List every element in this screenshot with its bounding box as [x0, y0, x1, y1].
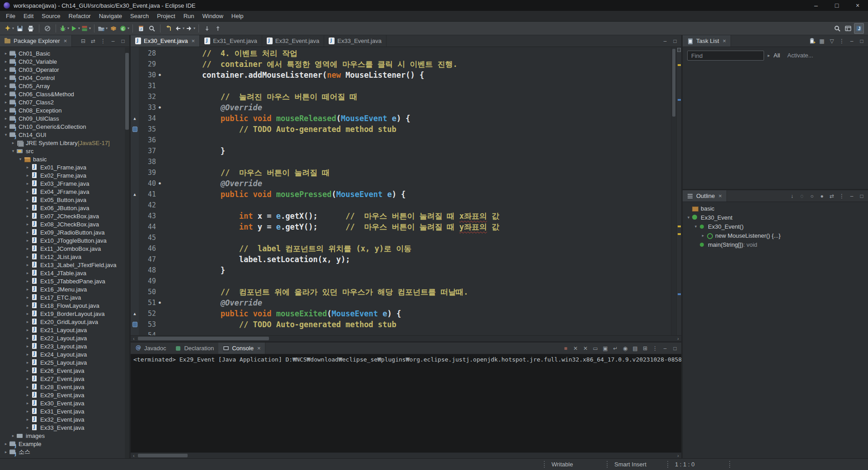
- menu-file[interactable]: File: [2, 11, 19, 21]
- tree-item[interactable]: ▸Ex19_BorderLayout.java: [0, 310, 129, 318]
- tree-item[interactable]: ▸Ex09_JRadioButton.java: [0, 228, 129, 236]
- debug-button[interactable]: ▾: [59, 23, 69, 34]
- outline-item[interactable]: ▾Ex30_Event: [683, 213, 868, 222]
- expand-chevron-icon[interactable]: ▾: [3, 132, 9, 137]
- expand-chevron-icon[interactable]: ▸: [24, 303, 31, 308]
- scope-chevron-icon[interactable]: ▸: [768, 53, 770, 58]
- task-marker-icon[interactable]: [132, 322, 137, 327]
- coverage-button[interactable]: ▾: [81, 23, 91, 34]
- close-tab-icon[interactable]: ×: [257, 345, 261, 352]
- expand-chevron-icon[interactable]: ▸: [10, 433, 16, 438]
- dropdown-arrow-icon[interactable]: ▾: [193, 26, 195, 30]
- expand-chevron-icon[interactable]: ▸: [24, 206, 31, 210]
- maximize-icon[interactable]: □: [670, 344, 679, 353]
- link-editor-icon[interactable]: ⇄: [827, 192, 836, 201]
- scroll-left-icon[interactable]: ‹: [131, 336, 137, 341]
- expand-chevron-icon[interactable]: ▸: [3, 92, 9, 96]
- tree-item[interactable]: ▸Ex24_Layout.java: [0, 350, 129, 358]
- dropdown-arrow-icon[interactable]: ▾: [106, 26, 108, 30]
- tree-item[interactable]: ▸Ex08_JCheckBox.java: [0, 220, 129, 228]
- expand-chevron-icon[interactable]: ▸: [24, 271, 31, 275]
- expand-chevron-icon[interactable]: ▸: [3, 100, 9, 104]
- search-button[interactable]: [832, 23, 842, 34]
- prev-annotation-button[interactable]: [213, 23, 223, 34]
- minimize-icon[interactable]: –: [847, 37, 856, 46]
- tree-item[interactable]: ▸Ex17_ETC.java: [0, 293, 129, 301]
- activate-link[interactable]: Activate...: [787, 52, 813, 59]
- expand-chevron-icon[interactable]: ▸: [24, 263, 31, 267]
- editor-tab[interactable]: Ex31_Event.java: [200, 35, 262, 47]
- expand-chevron-icon[interactable]: ▸: [24, 165, 31, 169]
- tree-item[interactable]: ▸Ex12_JList.java: [0, 253, 129, 261]
- expand-chevron-icon[interactable]: ▸: [3, 51, 9, 56]
- close-view-icon[interactable]: ×: [723, 38, 726, 44]
- console-hscrollbar[interactable]: ‹ ›: [131, 452, 681, 458]
- tree-item[interactable]: ▸Ex06_JButton.java: [0, 204, 129, 212]
- view-menu-icon[interactable]: ⋮: [837, 192, 846, 201]
- close-view-icon[interactable]: ×: [64, 38, 67, 44]
- expand-chevron-icon[interactable]: ▾: [693, 224, 699, 229]
- outline-item[interactable]: ▾Ex30_Event(): [683, 222, 868, 231]
- expand-chevron-icon[interactable]: ▸: [24, 409, 31, 414]
- outline-item[interactable]: basic: [683, 204, 868, 213]
- editor-tab[interactable]: Ex32_Event.java: [262, 35, 325, 47]
- close-window-button[interactable]: ×: [847, 0, 868, 11]
- minimize-window-button[interactable]: –: [806, 0, 826, 11]
- tree-item[interactable]: ▸Ch10_Generic&Collection: [0, 122, 129, 131]
- menu-help[interactable]: Help: [227, 11, 248, 21]
- scrollbar-thumb[interactable]: [125, 53, 129, 130]
- scroll-lock-icon[interactable]: ▣: [601, 344, 610, 353]
- overview-annotation-mark[interactable]: [678, 293, 681, 295]
- collapse-all-icon[interactable]: ⊟: [79, 37, 88, 46]
- dropdown-arrow-icon[interactable]: ▾: [67, 26, 69, 30]
- print-button[interactable]: [26, 23, 36, 34]
- menu-window[interactable]: Window: [198, 11, 227, 21]
- tree-item[interactable]: ▸Ch08_Exception: [0, 106, 129, 114]
- view-menu-icon[interactable]: ⋮: [651, 344, 660, 353]
- tree-item[interactable]: ▸Ex20_GridLayout.java: [0, 318, 129, 326]
- menu-navigate[interactable]: Navigate: [95, 11, 126, 21]
- tree-item[interactable]: ▸Ex26_Event.java: [0, 367, 129, 375]
- expand-chevron-icon[interactable]: ▸: [24, 238, 31, 243]
- tree-item[interactable]: ▸Ch01_Basic: [0, 49, 129, 57]
- dropdown-arrow-icon[interactable]: ▾: [12, 26, 14, 30]
- tree-item[interactable]: ▸소스: [0, 448, 129, 456]
- explorer-scrollbar[interactable]: [125, 47, 129, 458]
- expand-chevron-icon[interactable]: ▸: [24, 287, 31, 291]
- tree-item[interactable]: ▸Ex29_Event.java: [0, 391, 129, 399]
- tree-item[interactable]: ▸Ex33_Event.java: [0, 423, 129, 432]
- scrollbar-thumb[interactable]: [672, 49, 675, 117]
- tree-item[interactable]: ▸Ex28_Event.java: [0, 383, 129, 391]
- editor-body[interactable]: 28 // 4. 이벤트 처리 작업29 // container 에서 특정한…: [131, 47, 681, 335]
- last-edit-button[interactable]: [164, 23, 174, 34]
- maximize-icon[interactable]: □: [670, 37, 679, 46]
- tree-item[interactable]: ▸Ex25_Layout.java: [0, 358, 129, 367]
- dropdown-arrow-icon[interactable]: ▾: [183, 26, 184, 30]
- scrollbar-thumb[interactable]: [138, 337, 269, 340]
- tree-item[interactable]: ▸Ex05_Button.java: [0, 196, 129, 204]
- sort-icon[interactable]: ↓: [788, 192, 797, 201]
- scrollbar-thumb[interactable]: [138, 454, 188, 457]
- remove-all-launches-icon[interactable]: ✕: [581, 344, 590, 353]
- expand-chevron-icon[interactable]: ▸: [24, 181, 31, 186]
- filter-icon[interactable]: ▽: [827, 37, 836, 46]
- tree-item[interactable]: ▸Ch09_UtilClass: [0, 114, 129, 122]
- minimize-icon[interactable]: –: [660, 344, 670, 353]
- tree-item[interactable]: ▸Ch07_Class2: [0, 98, 129, 106]
- task-scope-label[interactable]: All: [774, 52, 780, 59]
- outline-item[interactable]: main(String[]) : void: [683, 240, 868, 249]
- tree-item[interactable]: ▸Ex07_JCheckBox.java: [0, 212, 129, 220]
- maximize-icon[interactable]: □: [857, 37, 866, 46]
- open-console-icon[interactable]: ⊞: [641, 344, 650, 353]
- overview-annotation-mark[interactable]: [678, 99, 681, 101]
- expand-chevron-icon[interactable]: ▸: [24, 417, 31, 422]
- outline-item[interactable]: ▸new MouseListener() {...}: [683, 231, 868, 240]
- close-view-icon[interactable]: ×: [718, 193, 722, 199]
- open-perspective-button[interactable]: [843, 23, 853, 34]
- expand-chevron-icon[interactable]: ▸: [24, 254, 31, 259]
- expand-chevron-icon[interactable]: ▸: [24, 401, 31, 405]
- expand-chevron-icon[interactable]: ▸: [24, 311, 31, 316]
- menu-run[interactable]: Run: [179, 11, 198, 21]
- clear-console-icon[interactable]: ▭: [591, 344, 600, 353]
- categorize-icon[interactable]: ▦: [817, 37, 826, 46]
